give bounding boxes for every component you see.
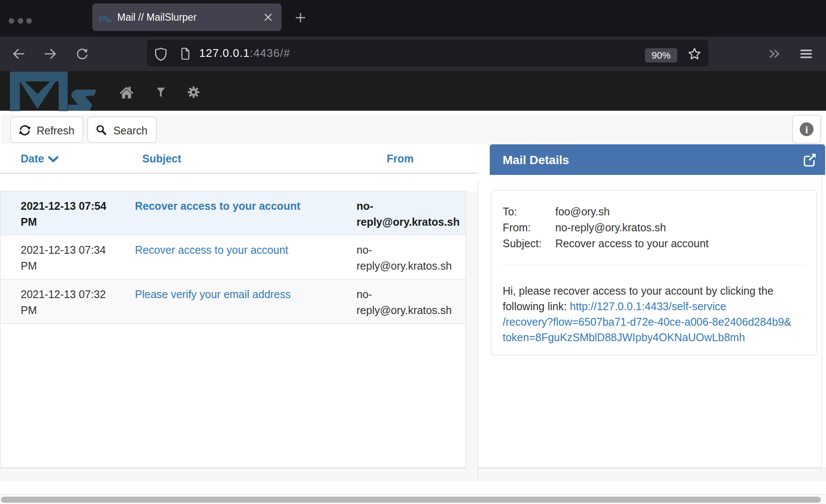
svg-text:i: i: [805, 124, 808, 135]
